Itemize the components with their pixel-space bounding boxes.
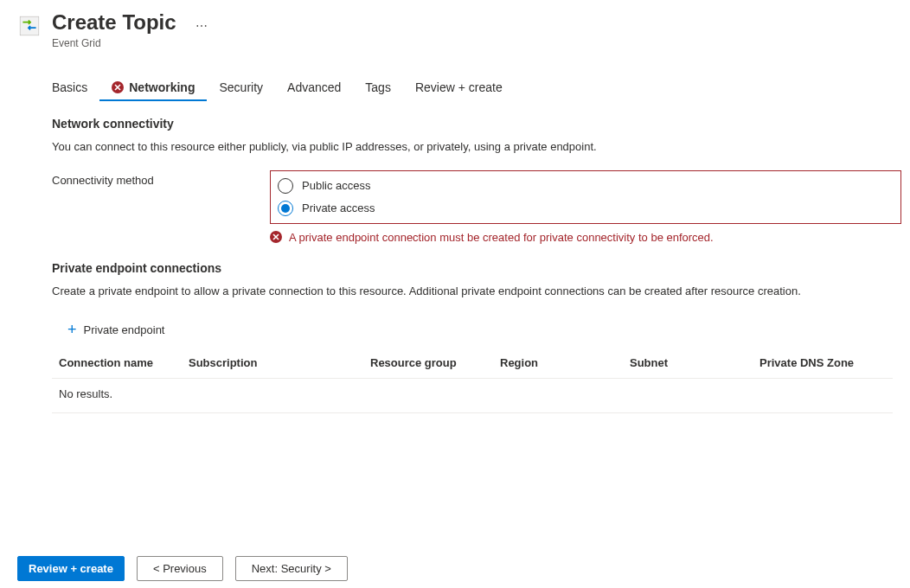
- network-connectivity-desc: You can connect to this resource either …: [52, 139, 901, 155]
- tab-review-create[interactable]: Review + create: [403, 75, 515, 101]
- table-empty-row: No results.: [52, 379, 893, 413]
- tab-label: Basics: [52, 80, 87, 94]
- private-endpoint-desc: Create a private endpoint to allow a pri…: [52, 284, 901, 299]
- col-subscription: Subscription: [189, 356, 370, 369]
- private-endpoint-title: Private endpoint connections: [52, 261, 901, 275]
- network-connectivity-title: Network connectivity: [52, 117, 901, 131]
- col-region: Region: [500, 356, 630, 369]
- tab-bar: Basics Networking Security Advanced Tags…: [52, 75, 901, 101]
- radio-label: Private access: [302, 201, 375, 214]
- tab-label: Networking: [129, 80, 195, 94]
- tab-basics[interactable]: Basics: [52, 75, 99, 101]
- more-menu-icon[interactable]: ⋯: [195, 19, 208, 33]
- tab-label: Review + create: [415, 80, 503, 94]
- error-badge-icon: [112, 81, 124, 93]
- tab-tags[interactable]: Tags: [353, 75, 403, 101]
- private-endpoint-table: Connection name Subscription Resource gr…: [52, 349, 893, 413]
- tab-label: Tags: [365, 80, 391, 94]
- connectivity-method-label: Connectivity method: [52, 170, 270, 187]
- add-private-endpoint-button[interactable]: + Private endpoint: [67, 315, 164, 346]
- connectivity-error-text: A private endpoint connection must be cr…: [289, 231, 714, 244]
- col-private-dns-zone: Private DNS Zone: [759, 356, 893, 369]
- review-create-button[interactable]: Review + create: [17, 556, 125, 581]
- next-button[interactable]: Next: Security >: [235, 556, 348, 581]
- radio-label: Public access: [302, 179, 370, 192]
- previous-button[interactable]: < Previous: [137, 556, 223, 581]
- col-resource-group: Resource group: [370, 356, 500, 369]
- col-connection-name: Connection name: [59, 356, 189, 369]
- plus-icon: +: [67, 322, 77, 337]
- connectivity-method-group: Public access Private access: [270, 170, 901, 224]
- private-access-radio[interactable]: Private access: [276, 197, 895, 220]
- eventgrid-icon: [17, 14, 42, 38]
- page-title: Create Topic: [52, 10, 176, 35]
- add-private-endpoint-label: Private endpoint: [84, 323, 165, 336]
- col-subnet: Subnet: [630, 356, 759, 369]
- error-icon: [270, 231, 282, 243]
- tab-networking[interactable]: Networking: [99, 75, 207, 101]
- tab-advanced[interactable]: Advanced: [275, 75, 353, 101]
- public-access-radio[interactable]: Public access: [276, 175, 895, 197]
- tab-security[interactable]: Security: [207, 75, 275, 101]
- radio-circle-selected-icon: [278, 201, 293, 216]
- page-subtitle: Event Grid: [52, 37, 176, 49]
- radio-circle-icon: [278, 178, 293, 194]
- tab-label: Advanced: [287, 80, 341, 94]
- tab-label: Security: [219, 80, 263, 94]
